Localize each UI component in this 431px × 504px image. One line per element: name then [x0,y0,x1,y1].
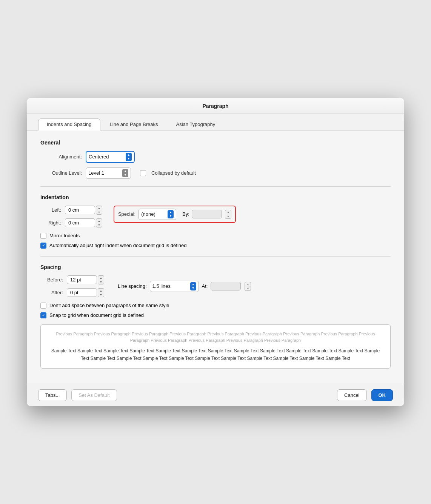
by-input[interactable] [192,210,222,218]
special-label: Special: [118,211,135,217]
left-indent-row: Left: ▲ ▼ [40,206,102,215]
snap-row: ✓ Snap to grid when document grid is def… [40,312,391,318]
tab-asian-typography[interactable]: Asian Typography [167,118,224,130]
left-down-btn[interactable]: ▼ [96,210,102,214]
outline-label: Outline Level: [40,170,82,176]
ok-button[interactable]: OK [371,389,393,401]
no-space-checkbox[interactable] [40,303,46,309]
line-spacing-select[interactable]: 1.5 lines ▲ ▼ [150,281,199,292]
at-label: At: [202,283,208,289]
before-stepper[interactable]: ▲ ▼ [98,275,104,284]
by-down-btn[interactable]: ▼ [225,214,231,218]
alignment-stepper[interactable]: ▲ ▼ [126,153,132,161]
alignment-row: Alignment: Centered ▲ ▼ [40,151,391,163]
dialog-title-bar: Paragraph [27,98,404,114]
special-value: (none) [141,211,167,217]
line-spacing-label: Line spacing: [118,283,147,289]
at-up-btn[interactable]: ▲ [245,282,251,286]
by-section: By: ▲ ▼ [182,210,231,219]
right-up-btn[interactable]: ▲ [96,219,102,223]
before-label: Before: [40,277,63,283]
preview-previous-text: Previous Paragraph Previous Paragraph Pr… [47,331,384,344]
special-select[interactable]: (none) ▲ ▼ [139,209,176,220]
outline-down-btn[interactable]: ▼ [123,173,128,177]
outline-select[interactable]: Level 1 ▲ ▼ [86,167,131,179]
snap-label: Snap to grid when document grid is defin… [49,312,144,318]
line-spacing-down-btn[interactable]: ▼ [191,286,196,290]
at-down-btn[interactable]: ▼ [245,286,251,290]
left-up-btn[interactable]: ▲ [96,206,102,210]
special-stepper[interactable]: ▲ ▼ [168,210,174,218]
alignment-up-btn[interactable]: ▲ [126,153,131,157]
line-spacing-value: 1.5 lines [152,283,189,289]
tabs-bar: Indents and Spacing Line and Page Breaks… [27,114,404,131]
general-title: General [40,140,391,146]
after-up-btn[interactable]: ▲ [98,289,104,293]
no-space-label: Don't add space between paragraphs of th… [49,303,169,308]
after-row: After: ▲ ▼ [40,288,104,297]
mirror-checkbox[interactable] [40,233,46,239]
spacing-title: Spacing [40,264,391,270]
outline-level-row: Outline Level: Level 1 ▲ ▼ Collapsed by … [40,167,391,179]
after-stepper[interactable]: ▲ ▼ [98,288,104,297]
line-spacing-stepper[interactable]: ▲ ▼ [190,282,196,290]
preview-box: Previous Paragraph Previous Paragraph Pr… [40,324,391,369]
by-stepper[interactable]: ▲ ▼ [225,210,231,219]
before-down-btn[interactable]: ▼ [98,280,104,284]
set-default-button[interactable]: Set As Default [71,389,117,401]
mirror-label: Mirror Indents [49,233,80,238]
before-up-btn[interactable]: ▲ [98,276,104,280]
left-label: Left: [40,207,61,213]
alignment-down-btn[interactable]: ▼ [126,157,131,161]
paragraph-dialog: Paragraph Indents and Spacing Line and P… [27,98,404,407]
divider-1 [40,186,391,187]
indentation-title: Indentation [40,194,391,200]
collapsed-label: Collapsed by default [151,170,196,176]
mirror-indent-row: Mirror Indents [40,233,391,239]
after-label: After: [40,290,63,295]
at-input[interactable] [211,282,241,290]
left-input[interactable] [65,206,95,214]
general-section: General Alignment: Centered ▲ ▼ Outline … [40,140,391,179]
snap-checkbox[interactable]: ✓ [40,312,46,318]
no-space-row: Don't add space between paragraphs of th… [40,303,391,309]
left-right-indent: Left: ▲ ▼ Right: ▲ ▼ [40,206,102,227]
at-stepper[interactable]: ▲ ▼ [245,282,251,291]
after-input[interactable] [67,288,97,297]
after-down-btn[interactable]: ▼ [98,293,104,297]
preview-sample-text: Sample Text Sample Text Sample Text Samp… [47,347,384,363]
auto-adjust-checkbox[interactable]: ✓ [40,243,46,249]
right-stepper[interactable]: ▲ ▼ [96,218,102,227]
alignment-select[interactable]: Centered ▲ ▼ [86,151,135,163]
indentation-checkboxes: Mirror Indents ✓ Automatically adjust ri… [40,233,391,249]
alignment-label: Alignment: [40,154,82,160]
tabs-button[interactable]: Tabs... [38,389,67,401]
right-input[interactable] [65,218,95,227]
right-indent-row: Right: ▲ ▼ [40,218,102,227]
left-stepper[interactable]: ▲ ▼ [96,206,102,215]
auto-adjust-row: ✓ Automatically adjust right indent when… [40,243,391,249]
before-input[interactable] [67,275,97,284]
footer: Tabs... Set As Default Cancel OK [27,384,404,406]
tab-indents-spacing[interactable]: Indents and Spacing [38,118,100,131]
divider-2 [40,256,391,257]
cancel-button[interactable]: Cancel [337,389,366,401]
special-container: Special: (none) ▲ ▼ By: ▲ ▼ [114,206,236,223]
auto-adjust-label: Automatically adjust right indent when d… [49,243,187,248]
right-down-btn[interactable]: ▼ [96,223,102,227]
outline-stepper[interactable]: ▲ ▼ [122,169,128,177]
spacing-section: Spacing Before: ▲ ▼ After: [40,264,391,369]
collapsed-checkbox[interactable] [140,170,146,176]
before-row: Before: ▲ ▼ [40,275,104,284]
indentation-section: Indentation Left: ▲ ▼ Right: [40,194,391,249]
line-spacing-up-btn[interactable]: ▲ [191,283,196,286]
content-area: General Alignment: Centered ▲ ▼ Outline … [27,131,404,384]
alignment-value: Centered [89,154,125,160]
special-up-btn[interactable]: ▲ [168,211,173,214]
tab-line-page-breaks[interactable]: Line and Page Breaks [101,118,167,130]
line-spacing-group: Line spacing: 1.5 lines ▲ ▼ At: ▲ ▼ [118,281,251,292]
spacing-inputs-row: Before: ▲ ▼ After: ▲ ▼ [40,275,391,297]
by-up-btn[interactable]: ▲ [225,210,231,214]
special-down-btn[interactable]: ▼ [168,214,173,218]
outline-up-btn[interactable]: ▲ [123,169,128,173]
